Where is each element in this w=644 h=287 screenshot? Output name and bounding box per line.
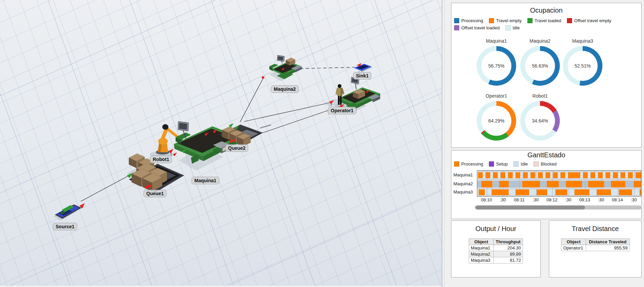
table-cell: Maquina3 xyxy=(469,257,494,263)
pane-splitter[interactable] xyxy=(442,0,442,287)
gantt-panel: GanttEstado ProcessingSetupIdleBlocked M… xyxy=(451,150,642,219)
gantt-bar-processing xyxy=(478,172,483,178)
gantt-bar-processing xyxy=(523,172,528,178)
donut-chart: 64.29% xyxy=(477,101,516,141)
label-queue1: Queue1 xyxy=(144,190,166,197)
legend-swatch xyxy=(506,25,511,30)
output-hour-title: Output / Hour xyxy=(451,225,540,233)
legend-swatch xyxy=(567,18,572,23)
label-operator1: Operator1 xyxy=(328,107,356,114)
donut-percent-label: 56.75% xyxy=(481,51,511,81)
gantt-bar-processing xyxy=(538,172,543,178)
legend-label: Travel loaded xyxy=(535,18,561,23)
legend-label: Idle xyxy=(513,25,520,30)
gantt-scrollbar-thumb[interactable] xyxy=(475,205,585,210)
gantt-bar-processing xyxy=(628,172,633,178)
gantt-bar-processing xyxy=(598,172,603,178)
app-window: Source1 Queue1 Robot1 Maquina1 Queue2 Ma… xyxy=(0,0,644,287)
legend-item: Blocked xyxy=(534,161,556,167)
travel-distance-table: ObjectDistance TraveledOperator1955.59 xyxy=(561,239,630,251)
table-header-cell: Object xyxy=(469,239,494,245)
gantt-tick-label: :30 xyxy=(594,197,609,202)
gantt-bar-processing xyxy=(588,181,604,187)
donut-title: Robot1 xyxy=(518,93,562,99)
label-maquina1: Maquina1 xyxy=(192,177,219,184)
donut-title: Maquina3 xyxy=(561,38,604,44)
maquina2-object[interactable] xyxy=(269,55,302,81)
donut-percent-label: 56.63% xyxy=(525,51,555,81)
legend-swatch xyxy=(513,161,519,167)
legend-swatch xyxy=(489,161,494,167)
gantt-bar-processing xyxy=(530,172,535,178)
sink1-object[interactable] xyxy=(354,63,372,72)
legend-swatch xyxy=(527,18,533,23)
legend-label: Offset travel empty xyxy=(574,18,611,23)
gantt-tick-label: 08:12 xyxy=(544,197,559,202)
table-row: Maquina1204.30 xyxy=(469,245,523,251)
gantt-bar-processing xyxy=(515,172,520,178)
table-cell: 81.72 xyxy=(494,257,523,263)
donut-title: Operator1 xyxy=(475,93,518,99)
legend-item: Idle xyxy=(506,25,520,30)
gantt-bar-processing xyxy=(485,172,490,178)
donut-chart: 34.64% xyxy=(520,101,560,141)
legend-label: Idle xyxy=(521,161,528,167)
gantt-bar-processing xyxy=(640,189,641,195)
table-cell: 204.30 xyxy=(494,245,523,251)
gantt-bar-processing xyxy=(547,181,559,187)
table-header-cell: Throughput xyxy=(494,239,523,245)
operator1-object[interactable] xyxy=(324,84,345,107)
table-header-cell: Object xyxy=(561,239,586,245)
table-cell: Maquina1 xyxy=(469,245,494,251)
legend-swatch xyxy=(489,18,494,23)
legend-label: Setup xyxy=(496,161,508,167)
gantt-title: GanttEstado xyxy=(451,151,641,159)
travel-distance-title: Travel Distance xyxy=(549,225,641,233)
label-source1: Source1 xyxy=(53,223,77,230)
table-row: Maquina289.89 xyxy=(469,251,523,257)
gantt-bar-processing xyxy=(492,189,509,195)
legend-label: Travel empty xyxy=(496,18,522,23)
source1-object[interactable] xyxy=(54,203,85,221)
pane-splitter-highlight xyxy=(444,0,445,287)
gantt-bar-processing xyxy=(574,189,589,195)
legend-swatch xyxy=(454,18,459,23)
gantt-bar-processing xyxy=(597,189,611,195)
gantt-bar-processing xyxy=(493,172,498,178)
gantt-bar-processing xyxy=(515,189,529,195)
gantt-scrollbar[interactable] xyxy=(475,205,642,210)
gantt-plot xyxy=(477,170,641,197)
gantt-bar-processing xyxy=(522,181,540,187)
gantt-tick-label: 08:10 xyxy=(479,197,494,202)
gantt-tick-label: :30 xyxy=(561,197,576,202)
donut-percent-label: 64.29% xyxy=(481,106,511,136)
label-sink1: Sink1 xyxy=(353,72,371,80)
gantt-bar-processing xyxy=(545,172,550,178)
gantt-bar-processing xyxy=(555,189,567,195)
legend-item: Setup xyxy=(489,161,508,167)
gantt-bar-processing xyxy=(620,172,625,178)
donut-title: Maquina1 xyxy=(475,38,518,44)
legend-item: Processing xyxy=(454,18,483,23)
gantt-bar-processing xyxy=(634,181,641,187)
gantt-tick-label: 08:13 xyxy=(577,197,592,202)
table-cell: 955.59 xyxy=(586,245,630,251)
legend-swatch xyxy=(534,161,539,167)
gantt-bar-processing xyxy=(590,172,595,178)
scene-graphics xyxy=(0,0,442,286)
gantt-legend: ProcessingSetupIdleBlocked xyxy=(454,161,640,167)
gantt-bar-processing xyxy=(566,181,582,187)
legend-item: Idle xyxy=(513,161,528,167)
3d-model-viewport[interactable]: Source1 Queue1 Robot1 Maquina1 Queue2 Ma… xyxy=(0,0,442,286)
gantt-tick-label: :30 xyxy=(495,197,510,202)
gantt-bar-processing xyxy=(635,172,641,178)
legend-item: Travel empty xyxy=(489,18,522,23)
gantt-row-label: Maquina3 xyxy=(453,189,476,195)
legend-label: Processing xyxy=(461,18,483,23)
donut-chart: 56.63% xyxy=(520,46,560,86)
travel-distance-panel: Travel Distance ObjectDistance TraveledO… xyxy=(549,220,642,277)
legend-label: Processing xyxy=(461,161,483,167)
legend-label: Blocked xyxy=(541,161,556,167)
gantt-tick-label: :30 xyxy=(528,197,543,202)
donut-title: Maquina2 xyxy=(518,38,562,44)
